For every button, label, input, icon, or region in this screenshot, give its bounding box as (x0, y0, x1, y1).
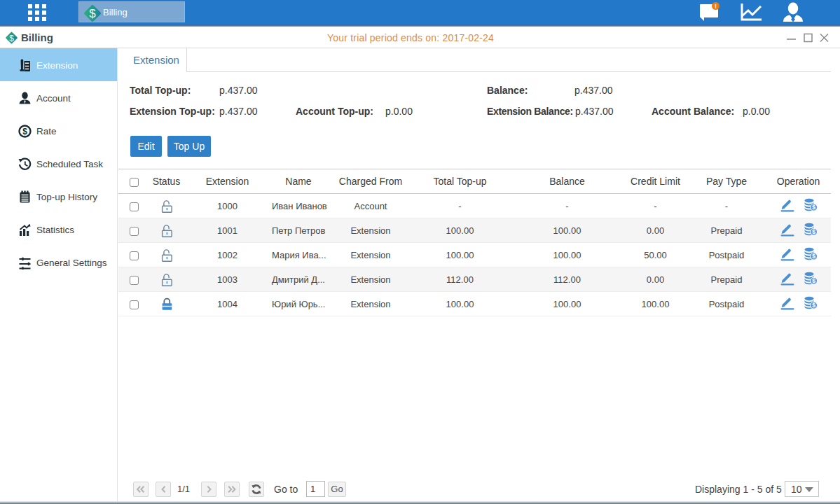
svg-text:$: $ (812, 277, 815, 284)
svg-text:$: $ (812, 204, 815, 211)
svg-text:$: $ (812, 302, 815, 309)
svg-text:$: $ (22, 127, 27, 136)
svg-text:$: $ (89, 7, 96, 20)
svg-text:$: $ (9, 34, 14, 43)
svg-text:$: $ (812, 228, 815, 235)
svg-text:$: $ (812, 253, 815, 260)
svg-text:!: ! (715, 3, 717, 10)
